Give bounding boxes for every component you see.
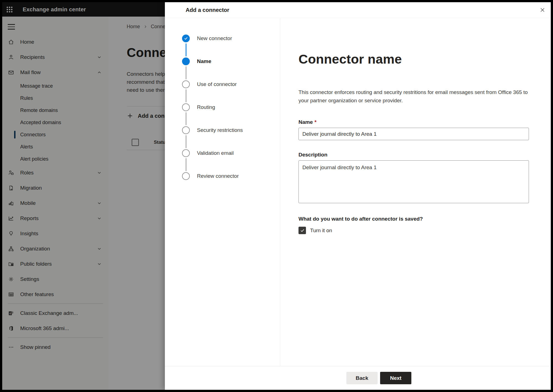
step-upcoming-icon [182,172,190,180]
modal-footer: Back Next [165,366,551,390]
step-label: Routing [197,104,215,110]
modal-header: Add a connector [165,2,551,18]
step-upcoming-icon [182,126,190,134]
close-icon [539,7,546,13]
back-button[interactable]: Back [346,372,378,384]
check-icon [300,228,305,233]
step-new-connector: New connector [182,35,280,42]
step-label: Security restrictions [197,127,243,133]
step-connector [186,112,186,125]
next-button[interactable]: Next [380,372,411,384]
wizard-steps: New connector Name Use of connector Rout… [165,18,280,366]
description-field-label: Description [298,152,529,158]
turn-it-on-checkbox-row[interactable]: Turn it on [298,227,529,234]
turn-it-on-checkbox[interactable] [298,227,306,234]
step-validation-email: Validation email [182,149,280,157]
description-field-label-text: Description [298,152,328,158]
modal-body: New connector Name Use of connector Rout… [165,18,551,366]
screen: Exchange admin center Home Recipients [2,2,551,390]
add-connector-modal: Add a connector New connector [165,2,551,390]
step-connector [186,43,186,56]
step-routing: Routing [182,103,280,111]
step-upcoming-icon [182,149,190,157]
close-button[interactable] [537,4,548,15]
step-connector [186,66,186,79]
step-connector [186,158,186,171]
step-completed-icon [182,35,190,42]
required-asterisk: * [315,119,316,125]
turn-it-on-label: Turn it on [310,228,332,234]
modal-title: Add a connector [186,7,229,13]
step-label: Name [197,58,211,64]
wizard-content: Connector name This connector enforces r… [280,18,551,366]
step-label: Validation email [197,150,234,156]
description-textarea[interactable]: Deliver journal directly to Area 1 [298,160,529,203]
step-security-restrictions: Security restrictions [182,126,280,134]
name-field-label-text: Name [298,119,313,125]
step-label: Use of connector [197,81,237,87]
name-input[interactable] [298,128,529,140]
step-current-icon [182,58,190,65]
step-name: Name [182,58,280,65]
step-upcoming-icon [182,80,190,88]
step-upcoming-icon [182,103,190,111]
step-review-connector: Review connector [182,172,280,180]
after-save-question: What do you want to do after connector i… [298,216,529,222]
step-connector [186,135,186,148]
step-label: Review connector [197,173,239,179]
step-use-of-connector: Use of connector [182,80,280,88]
step-label: New connector [197,35,232,41]
step-connector [186,89,186,102]
wizard-page-title: Connector name [298,51,529,67]
wizard-page-description: This connector enforces routing and secu… [298,88,528,105]
name-field-label: Name * [298,119,529,125]
